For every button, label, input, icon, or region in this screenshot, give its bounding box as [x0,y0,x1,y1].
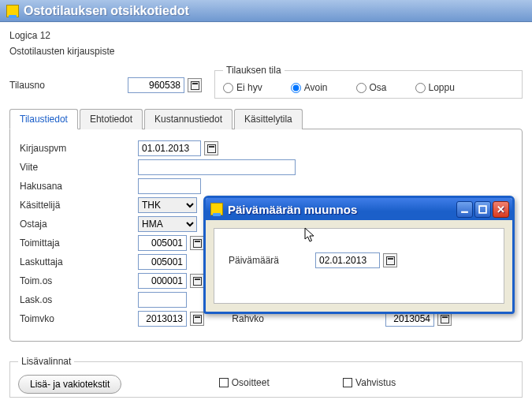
laskos-label: Lask.os [20,294,138,305]
order-no-input[interactable] [128,77,184,93]
date-conversion-dialog: Päivämäärän muunnos ✕ Päivämäärä [203,196,515,314]
vahvistus-checkbox[interactable]: Vahvistus [343,377,396,388]
hakusana-input[interactable] [138,178,201,194]
laskuttaja-input[interactable] [138,254,187,270]
rahvko-label: Rahvko [204,313,275,324]
app-icon [210,203,223,215]
tab-kasittelytila[interactable]: Käsittelytila [234,109,303,129]
minimize-icon[interactable] [456,201,473,218]
calendar-icon[interactable] [383,253,397,267]
checkbox-icon [219,378,229,387]
lookup-icon[interactable] [190,236,204,250]
window-title: Ostotilauksen otsikkotiedot [24,4,189,18]
status-legend: Tilauksen tila [223,65,285,76]
svg-rect-0 [461,211,468,212]
viite-label: Viite [20,162,138,173]
dialog-title: Päivämäärän muunnos [228,203,456,216]
status-radio-avoin[interactable]: Avoin [291,82,328,93]
kirjauspvm-label: Kirjauspvm [20,143,138,154]
dialog-titlebar[interactable]: Päivämäärän muunnos ✕ [206,198,512,220]
kasittelija-select[interactable]: THK [138,197,197,213]
window-titlebar: Ostotilauksen otsikkotiedot [0,0,532,22]
texts-button[interactable]: Lisä- ja vakiotekstit [18,375,121,394]
toimittaja-label: Toimittaja [20,237,138,249]
company-name: Logica 12 [9,30,523,41]
extras-fieldset: Lisävalinnat Lisä- ja vakiotekstit Osoit… [9,356,523,398]
order-no-label: Tilausno [9,80,128,91]
lookup-icon[interactable] [190,274,204,288]
toimos-label: Toim.os [20,275,138,286]
toimvko-input[interactable] [138,311,187,327]
toimvko-label: Toimvko [20,313,138,324]
extras-legend: Lisävalinnat [18,356,74,367]
lookup-icon[interactable] [188,78,202,92]
subtitle: Ostotilausten kirjauspiste [9,46,523,57]
ostaja-select[interactable]: HMA [138,216,197,232]
viite-input[interactable] [138,159,296,175]
close-icon[interactable]: ✕ [493,201,509,218]
tab-strip: Tilaustiedot Ehtotiedot Kustannustiedot … [9,108,523,129]
kasittelija-label: Käsittelijä [20,200,138,211]
toimittaja-input[interactable] [138,235,187,251]
app-icon [6,5,19,17]
tab-ehtotiedot[interactable]: Ehtotiedot [80,109,143,129]
ostaja-label: Ostaja [20,219,138,230]
tab-tilaustiedot[interactable]: Tilaustiedot [9,109,78,129]
calendar-icon[interactable] [190,312,204,326]
maximize-icon[interactable] [474,201,491,218]
svg-rect-1 [479,206,486,213]
dialog-date-label: Päivämäärä [229,255,315,266]
status-radio-osa[interactable]: Osa [356,82,387,93]
laskuttaja-label: Laskuttaja [20,256,138,267]
calendar-icon[interactable] [204,141,218,155]
hakusana-label: Hakusana [20,181,138,192]
toimos-input[interactable] [138,273,187,289]
tab-kustannustiedot[interactable]: Kustannustiedot [144,109,233,129]
status-fieldset: Tilauksen tila Ei hyv Avoin Osa Loppu [214,65,523,99]
dialog-date-input[interactable] [315,252,380,268]
status-radio-eihyv[interactable]: Ei hyv [223,82,262,93]
laskos-input[interactable] [138,292,187,308]
kirjauspvm-input[interactable] [138,140,201,156]
status-radio-loppu[interactable]: Loppu [415,82,455,93]
osoitteet-checkbox[interactable]: Osoitteet [219,377,270,388]
checkbox-icon [343,378,352,387]
info-block: Logica 12 Ostotilausten kirjauspiste [0,22,532,66]
